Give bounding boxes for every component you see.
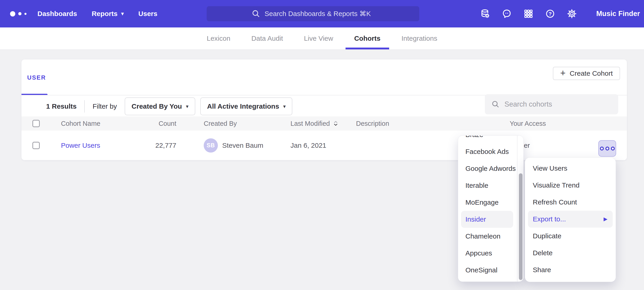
menu-item-onesignal[interactable]: OneSignal (458, 262, 524, 278)
cohort-name-link[interactable]: Power Users (61, 141, 100, 149)
cohort-search-input[interactable] (504, 100, 610, 108)
tab-lexicon[interactable]: Lexicon (207, 28, 230, 49)
svg-text:?: ? (548, 11, 552, 17)
menu-item-duplicate[interactable]: Duplicate (525, 228, 616, 244)
search-icon (252, 10, 260, 18)
sort-descending-icon[interactable] (333, 121, 338, 126)
settings-gear-icon[interactable] (567, 9, 577, 19)
project-switcher[interactable]: Music Finder ▾ (596, 10, 644, 18)
logo-dot-small (24, 13, 26, 15)
menu-item-export-to[interactable]: Export to... ▶ (528, 211, 613, 228)
nav-item-users-label: Users (138, 10, 157, 18)
nav-item-dashboards[interactable]: Dashboards (38, 10, 77, 18)
global-search-bar[interactable] (207, 6, 419, 21)
tab-data-audit-label: Data Audit (252, 35, 283, 42)
menu-item-delete[interactable]: Delete (525, 244, 616, 261)
cohort-context-menu: View Users Visualize Trend Refresh Count… (525, 157, 616, 282)
tab-user-cohorts[interactable]: USER (27, 74, 46, 81)
feedback-icon[interactable] (502, 9, 512, 19)
menu-item-view-users[interactable]: View Users (525, 160, 616, 177)
select-all-checkbox[interactable] (32, 120, 40, 127)
vertical-divider (84, 100, 85, 112)
project-name: Music Finder (596, 10, 640, 18)
filter-integrations-dropdown[interactable]: All Active Integrations ▾ (200, 97, 292, 115)
chevron-down-icon: ▾ (186, 104, 188, 109)
chevron-down-icon: ▾ (283, 104, 286, 109)
menu-item-facebook-ads[interactable]: Facebook Ads (458, 143, 524, 160)
menu-item-refresh-count[interactable]: Refresh Count (525, 194, 616, 211)
cohorts-table-header: Cohort Name Count Created By Last Modifi… (22, 116, 627, 130)
header-created-by[interactable]: Created By (204, 116, 237, 130)
filter-integrations-value: All Active Integrations (207, 102, 279, 110)
secondary-nav: Lexicon Data Audit Live View Cohorts Int… (0, 28, 644, 50)
header-description[interactable]: Description (356, 116, 389, 130)
nav-item-reports[interactable]: Reports ▾ (92, 10, 124, 18)
search-icon (492, 100, 500, 108)
row-actions-ellipsis-button[interactable] (598, 140, 616, 157)
ellipsis-dot (600, 147, 604, 151)
create-cohort-button[interactable]: + Create Cohort (553, 67, 620, 80)
chevron-down-icon: ▾ (121, 11, 124, 16)
menu-item-visualize-trend[interactable]: Visualize Trend (525, 177, 616, 194)
header-cohort-name[interactable]: Cohort Name (61, 116, 100, 130)
menu-item-google-adwords[interactable]: Google Adwords (458, 160, 524, 177)
tab-integrations[interactable]: Integrations (402, 28, 437, 49)
topnav-right-cluster: ? Music Finder ▾ (480, 0, 644, 28)
tab-integrations-label: Integrations (402, 35, 437, 42)
created-by-cell: SB Steven Baum (204, 130, 263, 160)
help-icon[interactable]: ? (545, 9, 555, 19)
apps-grid-icon[interactable] (524, 9, 534, 19)
tab-live-view[interactable]: Live View (304, 28, 333, 49)
nav-item-reports-label: Reports (92, 10, 118, 18)
menu-item-chameleon[interactable]: Chameleon (458, 228, 524, 245)
global-search-input[interactable] (265, 10, 374, 18)
filter-row: 1 Results Filter by Created By You ▾ All… (46, 96, 297, 117)
filter-created-by-dropdown[interactable]: Created By You ▾ (125, 97, 195, 115)
cohort-search-bar[interactable] (485, 94, 618, 114)
top-navbar: Dashboards Reports ▾ Users (0, 0, 644, 28)
logo-dot-medium (18, 12, 22, 15)
export-destinations-list: Braze Facebook Ads Google Adwords Iterab… (458, 135, 524, 278)
row-checkbox[interactable] (32, 142, 40, 149)
ellipsis-dot (606, 147, 609, 151)
menu-item-insider[interactable]: Insider (461, 211, 513, 228)
creator-name: Steven Baum (222, 141, 263, 149)
create-cohort-label: Create Cohort (570, 70, 613, 77)
header-your-access[interactable]: Your Access (510, 116, 546, 130)
nav-item-dashboards-label: Dashboards (38, 10, 77, 18)
menu-item-iterable[interactable]: Iterable (458, 177, 524, 194)
header-last-modified-label: Last Modified (290, 120, 330, 127)
menu-item-appcues[interactable]: Appcues (458, 245, 524, 262)
last-modified-cell: Jan 6, 2021 (290, 130, 326, 160)
menu-item-moengage[interactable]: MoEngage (458, 194, 524, 211)
plus-icon: + (560, 68, 566, 78)
tab-live-view-label: Live View (304, 35, 333, 42)
menu-scrollbar-track (517, 136, 524, 281)
menu-item-export-to-label: Export to... (533, 215, 566, 223)
submenu-arrow-icon: ▶ (604, 216, 608, 222)
nav-item-users[interactable]: Users (138, 10, 157, 18)
export-destinations-menu: Braze Facebook Ads Google Adwords Iterab… (458, 135, 524, 282)
cohorts-card: USER + Create Cohort 1 Results Filter by… (22, 59, 627, 160)
tab-lexicon-label: Lexicon (207, 35, 230, 42)
logo-dot-large (10, 11, 15, 17)
avatar: SB (204, 138, 218, 153)
menu-item-braze[interactable]: Braze (458, 135, 524, 143)
filter-created-by-value: Created By You (132, 102, 182, 110)
table-row[interactable]: Power Users 22,777 SB Steven Baum Jan 6,… (22, 130, 627, 160)
tab-cohorts[interactable]: Cohorts (354, 28, 380, 49)
menu-item-share[interactable]: Share (525, 261, 616, 278)
results-count: 1 Results (46, 102, 76, 110)
data-settings-icon[interactable] (480, 9, 490, 19)
tab-data-audit[interactable]: Data Audit (252, 28, 283, 49)
ellipsis-dot (611, 147, 615, 151)
filter-by-label: Filter by (92, 102, 117, 110)
header-count[interactable]: Count (140, 116, 176, 130)
menu-scrollbar-thumb[interactable] (519, 173, 522, 280)
cohort-count: 22,777 (140, 130, 176, 160)
tab-cohorts-label: Cohorts (354, 35, 380, 42)
mixpanel-dots-logo[interactable] (10, 11, 26, 17)
header-last-modified[interactable]: Last Modified (290, 116, 338, 130)
